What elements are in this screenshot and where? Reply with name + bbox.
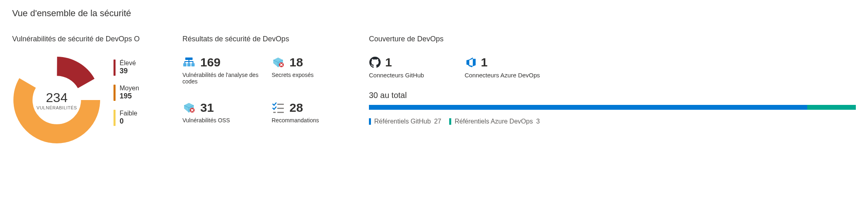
coverage-title: Couverture de DevOps	[369, 35, 856, 43]
metric-label: Vulnérabilités de l'analyse des codes	[182, 72, 264, 85]
vulnerabilities-donut-chart: 234 VULNÉRABILITÉS	[12, 55, 101, 145]
svg-rect-8	[277, 104, 284, 105]
coverage-bar-github	[369, 105, 807, 110]
legend-value: 0	[120, 117, 137, 126]
vulnerabilities-title: Vulnérabilités de sécurité de DevOps O	[12, 35, 166, 43]
coverage-panel: Couverture de DevOps 1 Connecteurs GitHu…	[369, 35, 856, 125]
coverage-total-label: 30 au total	[369, 91, 856, 100]
connector-value: 1	[481, 55, 488, 69]
legend-label: Faible	[120, 110, 137, 117]
metric-secrets: 18 Secrets exposés	[272, 55, 353, 85]
legend-swatch	[114, 60, 116, 76]
metric-code-scan: 169 Vulnérabilités de l'analyse des code…	[182, 55, 264, 85]
metric-value: 28	[289, 101, 303, 115]
recommendations-icon	[272, 101, 285, 114]
metric-value: 31	[200, 101, 214, 115]
results-panel: Résultats de sécurité de DevOps 169	[182, 35, 353, 124]
connector-value: 1	[385, 55, 392, 69]
legend-label: Référentiels Azure DevOps	[454, 118, 533, 125]
legend-item-low: Faible 0	[114, 110, 139, 126]
legend-swatch	[369, 118, 371, 125]
vulnerabilities-panel: Vulnérabilités de sécurité de DevOps O 2…	[12, 35, 166, 145]
metric-label: Vulnérabilités OSS	[182, 117, 264, 124]
results-title: Résultats de sécurité de DevOps	[182, 35, 353, 43]
legend-swatch	[114, 110, 116, 126]
metric-oss: 31 Vulnérabilités OSS	[182, 101, 264, 124]
page-title: Vue d'ensemble de la sécurité	[12, 8, 856, 19]
svg-rect-2	[185, 58, 193, 60]
metric-value: 18	[289, 55, 303, 69]
legend-item-high: Élevé 39	[114, 60, 139, 76]
connector-azure-devops: 1 Connecteurs Azure DevOps	[465, 55, 540, 79]
coverage-bar-chart	[369, 105, 856, 110]
svg-rect-9	[277, 108, 284, 109]
oss-vuln-icon	[182, 101, 195, 114]
legend-label: Moyen	[120, 85, 139, 92]
azure-devops-icon	[465, 56, 477, 68]
metric-recommendations: 28 Recommandations	[272, 101, 353, 124]
svg-rect-10	[277, 112, 284, 113]
legend-label: Élevé	[120, 60, 136, 67]
donut-center-value: 234	[36, 90, 77, 105]
metric-value: 169	[200, 55, 221, 69]
coverage-legend-azdo: Référentiels Azure DevOps 3	[449, 118, 540, 125]
coverage-legend: Référentiels GitHub 27 Référentiels Azur…	[369, 118, 856, 125]
github-icon	[369, 56, 381, 68]
coverage-legend-github: Référentiels GitHub 27	[369, 118, 441, 125]
legend-value: 3	[536, 118, 540, 125]
svg-rect-3	[183, 63, 186, 66]
svg-rect-11	[273, 112, 276, 113]
legend-item-medium: Moyen 195	[114, 85, 139, 101]
legend-swatch	[114, 85, 116, 101]
legend-swatch	[449, 118, 451, 125]
metric-label: Recommandations	[272, 117, 353, 124]
code-scan-icon	[182, 56, 195, 69]
connector-label: Connecteurs GitHub	[369, 72, 424, 79]
legend-value: 39	[120, 67, 136, 75]
metric-label: Secrets exposés	[272, 72, 353, 78]
svg-rect-4	[187, 63, 191, 66]
secret-icon	[272, 56, 285, 69]
connector-label: Connecteurs Azure DevOps	[465, 72, 540, 79]
legend-label: Référentiels GitHub	[374, 118, 431, 125]
connector-github: 1 Connecteurs GitHub	[369, 55, 424, 79]
svg-rect-5	[191, 63, 195, 66]
legend-value: 27	[434, 118, 442, 125]
donut-center-label: VULNÉRABILITÉS	[36, 105, 77, 110]
legend-value: 195	[120, 92, 139, 100]
severity-legend: Élevé 39 Moyen 195 Faible 0	[114, 60, 139, 126]
coverage-bar-azdo	[807, 105, 856, 110]
